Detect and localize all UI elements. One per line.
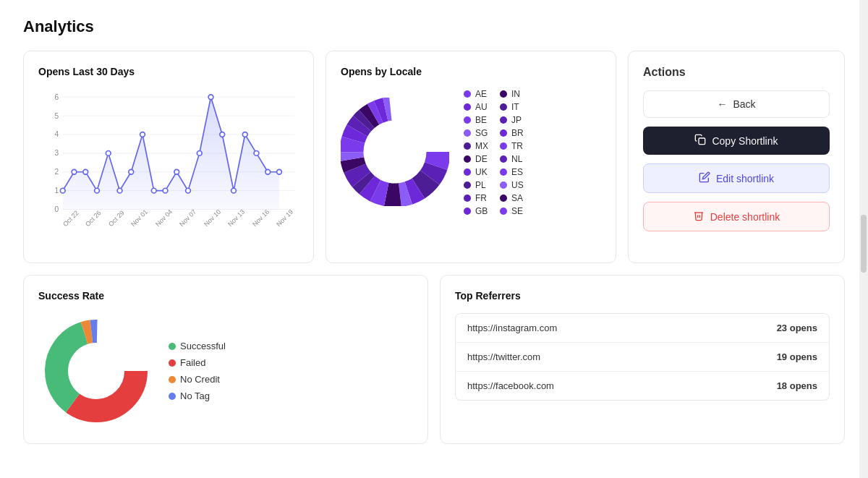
success-donut-svg: [38, 313, 154, 429]
legend-se: SE: [500, 206, 524, 216]
scrollbar-thumb[interactable]: [861, 215, 867, 273]
svg-point-19: [106, 151, 111, 156]
legend-failed: Failed: [169, 357, 226, 368]
top-referrers-title: Top Referrers: [455, 290, 830, 302]
svg-point-29: [220, 132, 225, 137]
referrer-url-instagram: https://instagram.com: [467, 323, 557, 333]
legend-no-tag: No Tag: [169, 390, 226, 401]
legend-it: IT: [500, 102, 524, 112]
legend-dot-fr: [464, 195, 471, 202]
page-title: Analytics: [23, 17, 845, 36]
back-button[interactable]: ← Back: [643, 90, 830, 118]
svg-point-26: [186, 188, 191, 193]
legend-us: US: [500, 180, 524, 190]
legend-label-no-tag: No Tag: [180, 390, 210, 401]
svg-point-20: [117, 188, 122, 193]
edit-shortlink-button[interactable]: Edit shortlink: [643, 163, 830, 193]
referrer-row-facebook: https://facebook.com 18 opens: [456, 372, 829, 400]
referrer-url-facebook: https://facebook.com: [467, 380, 554, 391]
opens-line-chart: 6 5 4 3 2 1 0: [38, 89, 299, 219]
locale-donut-svg: [341, 98, 449, 206]
legend-dot-be: [464, 116, 471, 124]
opens-chart-container: 6 5 4 3 2 1 0: [38, 89, 299, 248]
success-legend: Successful Failed No Credit No Tag: [169, 341, 226, 401]
svg-text:6: 6: [55, 93, 59, 101]
referrer-row-twitter: https://twitter.com 19 opens: [456, 343, 829, 372]
legend-ae: AE: [464, 89, 488, 99]
svg-text:5: 5: [55, 112, 59, 120]
svg-text:1: 1: [55, 187, 59, 195]
svg-point-18: [95, 188, 100, 193]
legend-dot-gb: [464, 208, 471, 215]
actions-title: Actions: [643, 66, 830, 79]
svg-point-34: [277, 169, 282, 174]
referrer-url-twitter: https://twitter.com: [467, 351, 540, 362]
legend-dot-nl: [500, 155, 507, 163]
back-label: Back: [733, 98, 755, 110]
legend-in: IN: [500, 89, 524, 99]
success-rate-title: Success Rate: [38, 290, 413, 302]
legend-br: BR: [500, 128, 524, 138]
legend-successful: Successful: [169, 341, 226, 351]
copy-label: Copy Shortlink: [712, 135, 778, 147]
referrer-opens-facebook: 18 opens: [777, 380, 817, 391]
legend-dot-no-tag: [169, 393, 176, 400]
delete-icon: [693, 210, 705, 223]
legend-label-failed: Failed: [180, 357, 205, 368]
legend-label-no-credit: No Credit: [180, 374, 220, 385]
svg-point-31: [242, 132, 247, 137]
legend-pl: PL: [464, 180, 488, 190]
locale-donut: [341, 98, 449, 208]
svg-point-25: [174, 169, 179, 174]
legend-dot-br: [500, 129, 507, 137]
edit-icon: [699, 171, 710, 185]
legend-label-successful: Successful: [180, 341, 226, 351]
delete-shortlink-button[interactable]: Delete shortlink: [643, 202, 830, 231]
back-arrow-icon: ←: [717, 98, 727, 110]
opens-chart-title: Opens Last 30 Days: [38, 66, 299, 77]
legend-mx: MX: [464, 141, 488, 151]
svg-point-22: [140, 132, 145, 137]
svg-point-23: [151, 188, 156, 193]
edit-label: Edit shortlink: [716, 173, 774, 184]
page-wrapper: Analytics Opens Last 30 Days 6 5 4: [0, 0, 868, 478]
legend-au: AU: [464, 102, 488, 112]
svg-point-55: [365, 121, 425, 182]
legend-nl: NL: [500, 154, 524, 164]
legend-no-credit: No Credit: [169, 374, 226, 385]
legend-dot-tr: [500, 142, 507, 150]
svg-text:3: 3: [55, 149, 59, 157]
legend-dot-in: [500, 90, 507, 98]
legend-dot-us: [500, 182, 507, 189]
scrollbar[interactable]: [859, 0, 868, 478]
legend-dot-ae: [464, 90, 471, 98]
legend-de: DE: [464, 154, 488, 164]
legend-sg: SG: [464, 128, 488, 138]
svg-text:0: 0: [55, 205, 59, 213]
legend-dot-mx: [464, 142, 471, 150]
legend-dot-uk: [464, 168, 471, 176]
opens-chart-card: Opens Last 30 Days 6 5 4 3 2: [23, 51, 314, 263]
legend-dot-de: [464, 155, 471, 163]
legend-dot-es: [500, 168, 507, 176]
legend-es: ES: [500, 167, 524, 177]
legend-dot-failed: [169, 359, 176, 367]
svg-point-17: [83, 169, 88, 174]
legend-uk: UK: [464, 167, 488, 177]
locale-chart-title: Opens by Locale: [341, 66, 601, 77]
locale-legend: AE IN AU IT: [464, 89, 524, 216]
referrer-opens-instagram: 23 opens: [777, 323, 817, 333]
delete-label: Delete shortlink: [710, 211, 780, 223]
copy-icon: [694, 134, 706, 148]
success-rate-card: Success Rate Successful: [23, 275, 428, 444]
success-rate-content: Successful Failed No Credit No Tag: [38, 313, 413, 429]
main-grid: Opens Last 30 Days 6 5 4 3 2: [23, 51, 845, 263]
legend-dot-au: [464, 103, 471, 111]
locale-chart-content: AE IN AU IT: [341, 89, 601, 216]
svg-point-24: [163, 188, 168, 193]
svg-point-32: [254, 151, 259, 156]
svg-point-27: [197, 151, 202, 156]
copy-shortlink-button[interactable]: Copy Shortlink: [643, 127, 830, 155]
top-referrers-card: Top Referrers https://instagram.com 23 o…: [440, 275, 845, 444]
legend-dot-sa: [500, 195, 507, 202]
